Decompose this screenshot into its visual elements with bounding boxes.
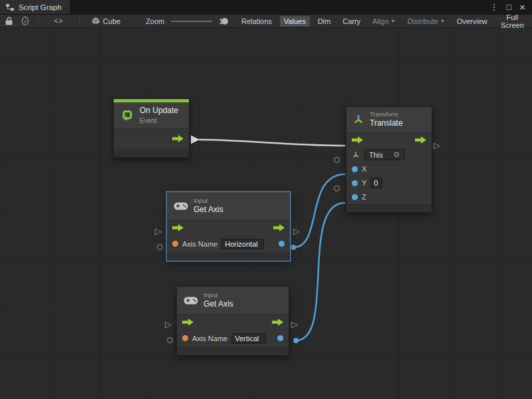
gamepad-icon [184,296,198,305]
axis-name-row: Axis Name [177,330,289,347]
value-output-dot[interactable] [279,241,285,247]
flow-port-triangle-icon[interactable]: ▷ [434,141,440,150]
node-category: Input [194,197,223,205]
value-port-circle[interactable] [167,337,173,343]
flow-port-triangle-icon[interactable]: ▷ [291,320,298,329]
node-header: Input Get Axis [167,192,290,221]
port-row-z: Z [346,190,432,204]
object-chip[interactable]: Cube [86,17,126,25]
info-icon[interactable]: i [22,17,29,25]
relations-button[interactable]: Relations [237,16,276,27]
port-label-z: Z [362,193,366,201]
transform-icon [352,114,364,126]
toolbar-separator [38,17,39,25]
flow-arrow-icon[interactable] [352,136,363,144]
flow-arrow-icon[interactable] [172,135,184,142]
graph-toolbar: i <> Cube Zoom 1x Relations Values Dim C… [0,15,532,28]
code-icon[interactable]: <> [51,17,66,25]
node-footer [177,347,289,355]
lock-icon[interactable] [3,17,15,25]
string-port-dot[interactable] [182,335,188,341]
node-on-update-event[interactable]: On Update Event [113,98,190,158]
port-label-y: Y [362,179,366,187]
this-object-field[interactable]: This ⊙ [364,149,405,160]
graph-canvas[interactable]: ▷ ▷ ▷ ▷ ▷ On Update Event [0,28,532,399]
object-picker-icon[interactable]: ⊙ [394,150,400,159]
zoom-slider-handle[interactable] [221,18,228,25]
value-port-dot[interactable] [352,194,358,200]
flow-wire[interactable] [199,140,345,146]
zoom-slider-track [171,21,212,22]
value-port-dot[interactable] [352,180,358,186]
port-label-x: X [362,165,366,173]
axis-name-input[interactable] [231,333,266,344]
zoom-slider[interactable] [171,17,212,26]
flow-arrow-icon[interactable] [272,319,283,326]
axis-name-row: Axis Name [167,235,290,253]
node-title: On Update [140,106,178,116]
value-port-circle[interactable] [157,244,163,250]
axis-name-label: Axis Name [192,334,227,342]
carry-button[interactable]: Carry [338,16,364,27]
y-value-input[interactable] [370,178,382,188]
zoom-label: Zoom [146,17,164,25]
node-title: Get Axis [194,205,223,215]
value-port-circle[interactable] [334,157,340,163]
node-get-axis-vertical[interactable]: Input Get Axis Axis Name [176,286,289,356]
node-footer [167,253,290,261]
value-port-circle[interactable] [334,186,340,192]
chevron-down-icon: ▼ [440,19,445,23]
flow-port-triangle-icon[interactable]: ▷ [165,320,172,329]
flow-wire-arrowhead [191,136,200,144]
flow-row [177,315,289,330]
toolbar-separator [79,17,80,25]
wire-endpoint-dot [291,245,296,250]
maximize-icon[interactable]: □ [506,3,511,11]
flow-row [346,133,432,148]
node-header: Input Get Axis [177,287,289,315]
string-port-dot[interactable] [172,241,178,247]
flow-output-row [114,129,189,149]
tab-script-graph[interactable]: Script Graph [0,0,70,14]
distribute-dropdown[interactable]: Distribute ▼ [404,16,449,27]
graph-icon [5,3,15,11]
cube-icon [92,17,100,25]
value-wire-vertical-to-z[interactable] [296,203,345,340]
axis-name-label: Axis Name [182,240,217,248]
node-transform-translate[interactable]: Transform Translate This ⊙ [346,106,432,213]
target-row: This ⊙ [346,148,432,162]
node-subtitle: Event [140,116,178,125]
flow-port-triangle-icon[interactable]: ▷ [293,227,300,235]
flow-arrow-icon[interactable] [182,319,194,326]
flow-arrow-icon[interactable] [415,136,426,144]
transform-mini-icon [352,151,360,159]
node-category: Input [203,291,233,299]
dim-button[interactable]: Dim [314,16,335,27]
node-footer [346,204,432,212]
flow-row [167,221,290,235]
node-footer [114,149,189,157]
window-tab-bar: Script Graph ⋮ □ × [0,0,532,15]
node-header: On Update Event [114,102,189,129]
overview-button[interactable]: Overview [453,16,491,27]
kebab-menu-icon[interactable]: ⋮ [489,3,498,11]
tab-title: Script Graph [19,3,62,11]
wire-endpoint-dot [293,338,299,343]
value-output-dot[interactable] [277,335,283,341]
on-update-icon [120,108,134,122]
axis-name-input[interactable] [221,239,264,249]
port-row-y: Y [346,176,432,190]
close-icon[interactable]: × [519,2,525,12]
flow-arrow-icon[interactable] [172,224,184,231]
align-dropdown[interactable]: Align ▼ [368,16,399,27]
align-label: Align [372,17,388,25]
flow-arrow-icon[interactable] [273,224,285,231]
gamepad-icon [174,201,188,211]
node-title: Get Axis [203,299,233,310]
flow-port-triangle-icon[interactable]: ▷ [155,227,162,235]
node-header: Transform Translate [346,107,432,133]
values-button[interactable]: Values [280,16,310,27]
port-row-x: X [346,162,432,176]
node-get-axis-horizontal[interactable]: Input Get Axis Axis Name [166,192,291,261]
value-port-dot[interactable] [352,166,358,172]
